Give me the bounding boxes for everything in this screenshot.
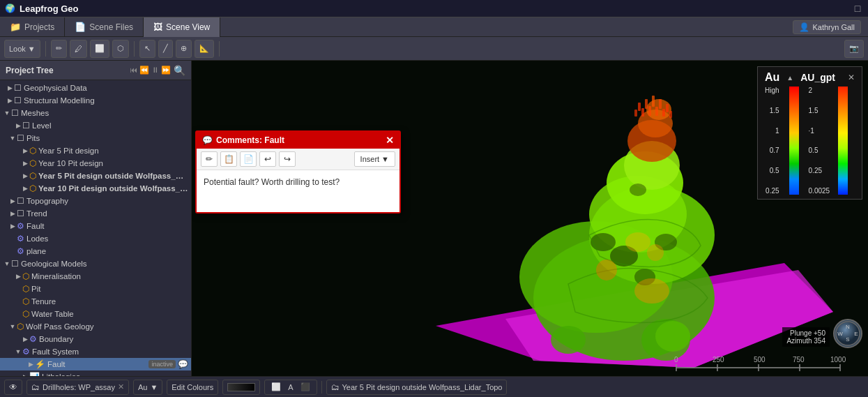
toolbar-separator-3 <box>219 41 220 57</box>
screenshot-button[interactable]: 📷 <box>844 40 864 58</box>
svg-point-25 <box>551 326 586 354</box>
tree-item-trend[interactable]: ▶ ☐ Trend <box>0 207 191 220</box>
scene-view: 0 250 500 750 1000 Au ▲ AU_gpt ✕ High 1.… <box>192 61 868 376</box>
status-au[interactable]: Au ▼ <box>133 380 162 395</box>
comment-undo-btn[interactable]: ↩ <box>259 151 276 167</box>
tree-item-fault-inactive[interactable]: ▶ ⚡ Fault inactive 💬 <box>0 358 191 370</box>
tree-item-geophysical-data[interactable]: ▶ ☐ Geophysical Data <box>0 82 191 94</box>
point-tool[interactable]: ⊕ <box>176 40 192 58</box>
arrow-icon: ▶ <box>8 197 17 204</box>
select-tool[interactable]: ↖ <box>139 40 155 58</box>
tree-item-meshes[interactable]: ▼ ☐ Meshes <box>0 107 191 119</box>
arrow-icon: ▶ <box>14 273 22 280</box>
tree-item-pits[interactable]: ▼ ☐ Pits <box>0 132 191 144</box>
plunge-info: Plunge +50 Azimuth 354 <box>782 327 830 347</box>
comment-format-btn-2[interactable]: 📋 <box>220 151 237 167</box>
status-separator <box>321 381 322 394</box>
svg-point-24 <box>655 321 690 352</box>
tree-item-boundary[interactable]: ▶ ⚙ Boundary <box>0 333 191 345</box>
comments-dialog-title: Comments: Fault <box>216 135 386 145</box>
maximize-button[interactable]: □ <box>847 0 868 17</box>
toolbar: Look ▼ ✏ 🖊 ⬜ ⬡ ↖ ╱ ⊕ 📐 📷 <box>0 37 868 61</box>
tree-item-lodes[interactable]: ▶ ⚙ Lodes <box>0 232 191 245</box>
draw-tool-3[interactable]: ⬡ <box>112 40 129 58</box>
tab-scene-files[interactable]: 📄 Scene Files <box>65 17 144 37</box>
comments-close-button[interactable]: ✕ <box>386 135 394 146</box>
tab-projects[interactable]: 📁 Projects <box>0 17 65 37</box>
tree-item-geological-models[interactable]: ▼ ☐ Geological Models <box>0 257 191 270</box>
arrow-icon: ▶ <box>14 122 22 129</box>
arrow-icon: ▶ <box>21 172 29 179</box>
scene-label: Year 5 Pit design outside Wolfpass_Lidar… <box>342 383 503 391</box>
tree-item-water-table[interactable]: ▶ ⬡ Water Table <box>0 308 191 320</box>
comment-format-btn-3[interactable]: 📄 <box>240 151 257 167</box>
tree-item-year5-outside[interactable]: ▶ ⬡ Year 5 Pit design outside Wolfpass_L… <box>0 170 191 182</box>
tree-item-year5-pit[interactable]: ▶ ⬡ Year 5 Pit design <box>0 144 191 157</box>
legend-title-row: Au ▲ AU_gpt ✕ <box>765 71 855 84</box>
tree-item-year10-outside[interactable]: ▶ ⬡ Year 10 Pit design outside Wolfpass_… <box>0 182 191 195</box>
view-btn-3[interactable]: ⬛ <box>298 382 312 391</box>
view-btn-2[interactable]: A <box>286 383 295 391</box>
status-edit-colours[interactable]: Edit Colours <box>167 380 218 395</box>
legend-close-button[interactable]: ✕ <box>848 73 855 82</box>
comments-body[interactable]: Potential fault? Worth drilling to test? <box>197 170 399 212</box>
arrow-icon: ▼ <box>3 110 11 117</box>
look-button[interactable]: Look ▼ <box>4 40 40 58</box>
svg-rect-14 <box>652 96 655 107</box>
toolbar-separator-1 <box>45 41 46 57</box>
tree-item-lithologies[interactable]: ▶ 📊 Lithologies <box>0 370 191 376</box>
status-scene-name: 🗂 Year 5 Pit design outside Wolfpass_Lid… <box>326 380 508 395</box>
arrow-icon: ▶ <box>26 361 35 368</box>
arrow-icon: ▶ <box>8 223 17 230</box>
legend-val-1: ·1 <box>809 127 830 135</box>
scene-files-icon: 📄 <box>75 22 86 32</box>
tree-item-fault[interactable]: ▶ ⚙ Fault <box>0 220 191 232</box>
tree-item-level[interactable]: ▶ ☐ Level <box>0 119 191 132</box>
tree-item-fault-system[interactable]: ▼ ⚙ Fault System <box>0 345 191 358</box>
arrow-icon: ▶ <box>6 97 14 104</box>
comment-insert-button[interactable]: Insert ▼ <box>354 151 395 167</box>
au-arrow[interactable]: ▼ <box>150 383 158 391</box>
draw-tool-2[interactable]: 🖊 <box>70 40 87 58</box>
tree-item-plane[interactable]: ▶ ⚙ plane <box>0 245 191 257</box>
tree-item-topography[interactable]: ▶ ☐ Topography <box>0 195 191 207</box>
status-drillholes[interactable]: 🗂 Drillholes: WP_assay ✕ <box>26 380 129 395</box>
select-box-tool[interactable]: ⬜ <box>90 40 109 58</box>
tree-item-wolfpass-geology[interactable]: ▼ ⬡ Wolf Pass Geology <box>0 320 191 333</box>
scene-icon: 🗂 <box>331 382 340 392</box>
comments-header: 💬 Comments: Fault ✕ <box>197 132 399 149</box>
tree-search-button[interactable]: 🔍 <box>174 65 185 76</box>
comment-redo-btn[interactable]: ↪ <box>279 151 296 167</box>
look-label: Look <box>9 45 26 53</box>
legend-expand-icon[interactable]: ▲ <box>786 74 793 82</box>
navigation-ball[interactable]: N S W E <box>833 319 862 348</box>
tree-playback[interactable]: ⏮ ⏪ ⏸ ⏩ <box>130 66 171 75</box>
status-visibility-toggle[interactable]: 👁 <box>4 380 22 395</box>
tree-item-year10-pit[interactable]: ▶ ⬡ Year 10 Pit design <box>0 157 191 170</box>
measure-tool[interactable]: 📐 <box>195 40 214 58</box>
au-label: Au <box>138 383 147 391</box>
legend-body: High 1.5 1 0.7 0.5 0.25 2 1.5 ·1 0.5 0.2… <box>765 87 855 195</box>
view-btn-1[interactable]: ⬜ <box>269 382 283 391</box>
arrow-icon: ▶ <box>21 147 29 154</box>
tree-item-pit2[interactable]: ▶ ⬡ Pit <box>0 283 191 295</box>
tree-item-tenure[interactable]: ▶ ⬡ Tenure <box>0 295 191 308</box>
tab-scene-view[interactable]: 🖼 Scene View <box>144 17 220 37</box>
line-tool[interactable]: ╱ <box>158 40 173 58</box>
title-bar: 🌍 Leapfrog Geo □ <box>0 0 868 17</box>
tree-item-structural-modelling[interactable]: ▶ ☐ Structural Modelling <box>0 94 191 107</box>
legend: Au ▲ AU_gpt ✕ High 1.5 1 0.7 0.5 0.25 2 … <box>757 66 862 200</box>
drillholes-icon: 🗂 <box>31 382 40 392</box>
comment-format-btn-1[interactable]: ✏ <box>201 151 218 167</box>
user-icon: 👤 <box>799 22 809 32</box>
arrow-icon: ▶ <box>21 336 29 343</box>
arrow-icon: ▼ <box>3 260 11 267</box>
legend-val-1-5: 1.5 <box>809 107 830 114</box>
draw-tool-1[interactable]: ✏ <box>51 40 67 58</box>
tree-title: Project Tree <box>6 66 127 75</box>
user-menu[interactable]: 👤 Kathryn Gall <box>793 20 861 34</box>
comments-dialog: 💬 Comments: Fault ✕ ✏ 📋 📄 ↩ ↪ Insert ▼ P… <box>195 130 401 214</box>
window-controls: □ <box>847 0 868 17</box>
drillholes-close[interactable]: ✕ <box>118 382 124 391</box>
tree-item-mineralisation[interactable]: ▶ ⬡ Mineralisation <box>0 270 191 283</box>
